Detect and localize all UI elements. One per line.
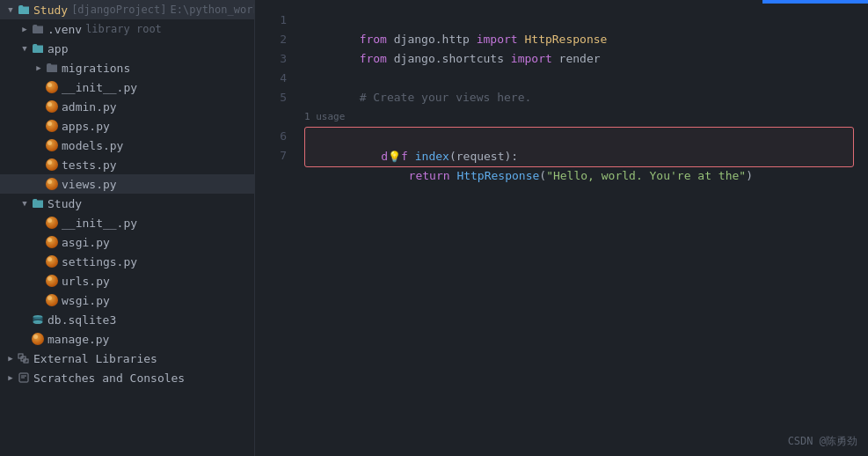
db-icon	[32, 313, 44, 326]
migrations-folder-icon	[46, 63, 58, 73]
migrations-arrow[interactable]: ▶	[32, 63, 46, 72]
app-label: app	[47, 42, 68, 55]
py-icon-10	[46, 275, 58, 287]
project-folder-icon	[18, 4, 30, 15]
external-lib-icon	[18, 353, 30, 364]
urls-label: urls.py	[62, 275, 110, 288]
py-icon-9	[46, 255, 58, 268]
apps-file[interactable]: apps.py	[0, 116, 254, 136]
study-folder-icon	[32, 198, 44, 209]
models-file[interactable]: models.py	[0, 136, 254, 155]
wsgi-label: wsgi.py	[62, 294, 110, 307]
tests-label: tests.py	[62, 158, 117, 172]
urls-file[interactable]: urls.py	[0, 271, 254, 291]
svg-point-2	[33, 320, 43, 324]
line-num-6b: 6	[255, 127, 287, 146]
line-num-7: 7	[255, 146, 287, 165]
settings-file[interactable]: settings.py	[0, 252, 254, 271]
venv-item[interactable]: ▶ .venv library root	[0, 19, 254, 39]
tests-file[interactable]: tests.py	[0, 155, 254, 174]
code-line-6: d💡f index(request):	[305, 128, 853, 147]
project-path: E:\python_workspa	[171, 4, 255, 16]
project-annotation: [djangoProject]	[71, 4, 166, 16]
manage-file[interactable]: manage.py	[0, 329, 254, 349]
py-icon-5	[46, 158, 58, 171]
scratches-item[interactable]: ▶ Scratches and Consoles	[0, 368, 254, 387]
views-file[interactable]: views.py	[0, 174, 254, 194]
venv-arrow[interactable]: ▶	[18, 25, 32, 33]
asgi-label: asgi.py	[62, 236, 110, 249]
project-name-label: Study	[33, 4, 68, 17]
db-file[interactable]: db.sqlite3	[0, 310, 254, 329]
lightbulb-icon: 💡	[388, 147, 401, 166]
usage-hint-text: 1 usage	[304, 107, 345, 127]
app-arrow[interactable]: ▼	[18, 44, 32, 53]
file-tree[interactable]: ▼ Study [djangoProject] E:\python_worksp…	[0, 0, 255, 456]
asgi-file[interactable]: asgi.py	[0, 232, 254, 252]
editor-content: 1 2 3 4 5 6 7 from django.http import Ht…	[255, 4, 868, 456]
wsgi-file[interactable]: wsgi.py	[0, 291, 254, 310]
line-num-3: 3	[255, 49, 287, 69]
py-icon-4	[46, 139, 58, 151]
ext-lib-arrow[interactable]: ▶	[4, 354, 18, 363]
scratches-arrow[interactable]: ▶	[4, 373, 18, 382]
collapse-arrow[interactable]: ▼	[4, 5, 18, 14]
external-libraries-label: External Libraries	[33, 352, 157, 365]
study-init-label: __init__.py	[62, 217, 137, 230]
line-num-5: 5	[255, 88, 287, 107]
admin-file[interactable]: admin.py	[0, 97, 254, 116]
line-num-4: 4	[255, 69, 287, 88]
migrations-label: migrations	[62, 62, 130, 75]
code-editor[interactable]: from django.http import HttpResponse fro…	[297, 4, 868, 456]
app-folder-icon	[32, 43, 44, 54]
line-numbers: 1 2 3 4 5 6 7	[255, 4, 297, 456]
study-arrow[interactable]: ▼	[18, 199, 32, 208]
views-label: views.py	[62, 178, 117, 191]
scratches-label: Scratches and Consoles	[33, 371, 185, 385]
venv-folder-icon	[32, 24, 44, 34]
app-folder[interactable]: ▼ app	[0, 39, 254, 58]
settings-label: settings.py	[62, 255, 137, 268]
venv-label: .venv	[47, 23, 82, 36]
study-folder[interactable]: ▼ Study	[0, 194, 254, 213]
models-label: models.py	[62, 139, 123, 152]
manage-label: manage.py	[47, 333, 109, 346]
app-init-file[interactable]: __init__.py	[0, 77, 254, 97]
code-line-4: # Create your views here.	[304, 69, 868, 88]
code-line-1: from django.http import HttpResponse	[304, 11, 868, 30]
py-icon-7	[46, 217, 58, 229]
highlighted-code-block: d💡f index(request): return HttpResponse(…	[304, 127, 854, 167]
usage-hint: 1 usage	[304, 107, 868, 127]
py-icon-2	[46, 100, 58, 113]
py-icon-8	[46, 236, 58, 248]
editor-panel: 1 2 3 4 5 6 7 from django.http import Ht…	[255, 0, 868, 456]
py-icon-1	[46, 81, 58, 93]
watermark: CSDN @陈勇劲	[788, 434, 857, 449]
py-icon-12	[32, 333, 44, 345]
app-init-label: __init__.py	[62, 81, 137, 94]
line-num-1: 1	[255, 11, 287, 30]
py-icon-3	[46, 120, 58, 132]
admin-label: admin.py	[62, 100, 117, 114]
line-num-6	[255, 107, 287, 127]
scratches-icon	[18, 372, 30, 383]
project-root[interactable]: ▼ Study [djangoProject] E:\python_worksp…	[0, 0, 254, 19]
external-libraries-item[interactable]: ▶ External Libraries	[0, 349, 254, 368]
venv-sublabel: library root	[85, 23, 162, 35]
apps-label: apps.py	[62, 120, 110, 133]
py-icon-6	[46, 178, 58, 190]
line-num-2: 2	[255, 30, 287, 49]
study-label: Study	[47, 197, 82, 210]
db-label: db.sqlite3	[47, 313, 116, 327]
py-icon-11	[46, 294, 58, 306]
migrations-folder[interactable]: ▶ migrations	[0, 58, 254, 77]
study-init-file[interactable]: __init__.py	[0, 213, 254, 232]
